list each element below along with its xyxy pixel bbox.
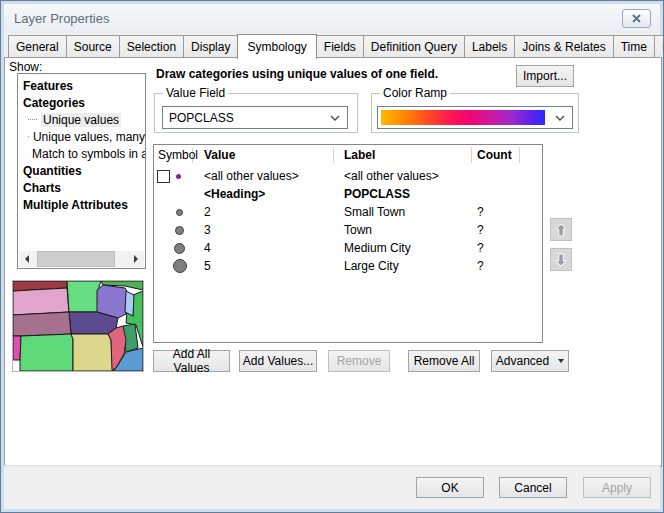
titlebar: Layer Properties [4,4,660,33]
draw-method-heading: Draw categories using unique values of o… [156,67,438,81]
scroll-thumb[interactable] [37,251,115,267]
table-row-value-3[interactable]: 3 Town ? [154,221,542,239]
arrow-up-icon [555,223,567,237]
layer-properties-dialog: Layer Properties General Source Selectio… [0,0,664,513]
ok-button[interactable]: OK [416,477,484,498]
remove-button: Remove [328,350,390,372]
all-other-values-checkbox[interactable] [157,170,170,183]
color-ramp-gradient [381,110,545,125]
table-row-heading[interactable]: <Heading> POPCLASS [154,185,542,203]
cancel-button[interactable]: Cancel [499,477,567,498]
advanced-button[interactable]: Advanced [491,350,569,372]
tab-definition-query[interactable]: Definition Query [363,35,465,57]
show-list: Features Categories Unique values Unique… [17,73,146,269]
graduated-circle-icon[interactable] [173,259,187,273]
value-field-value: POPCLASS [169,111,234,125]
tab-labels[interactable]: Labels [464,35,515,57]
tab-symbology[interactable]: Symbology [237,34,316,59]
tab-fields[interactable]: Fields [316,35,364,57]
column-header-label: Label [334,147,472,163]
tree-connector [28,136,29,137]
window-title: Layer Properties [14,11,109,26]
tab-general[interactable]: General [8,35,67,57]
tab-bar: General Source Selection Display Symbolo… [8,35,664,57]
table-header: Symbol Value Label Count [154,145,542,165]
tab-selection[interactable]: Selection [119,35,184,57]
map-preview [12,280,144,372]
show-item-categories[interactable]: Categories [18,94,145,111]
dropdown-caret-icon [558,359,564,363]
show-item-match-to-symbols[interactable]: Match to symbols in a [18,145,145,162]
color-ramp-label: Color Ramp [380,86,450,100]
add-all-values-button[interactable]: Add All Values [153,350,230,372]
values-table: Symbol Value Label Count <all other valu… [153,144,543,343]
graduated-circle-icon[interactable] [174,243,185,254]
show-label: Show: [9,60,42,74]
move-up-button[interactable] [550,218,572,241]
color-ramp-group: Color Ramp [371,93,579,133]
left-triangle-icon [25,255,29,263]
tab-joins-relates[interactable]: Joins & Relates [514,35,613,57]
graduated-circle-icon[interactable] [175,226,184,235]
show-item-features[interactable]: Features [18,77,145,94]
column-header-symbol: Symbol [154,147,193,163]
move-down-button[interactable] [550,248,572,271]
table-row-value-2[interactable]: 2 Small Town ? [154,203,542,221]
add-values-button[interactable]: Add Values... [239,350,317,372]
show-item-charts[interactable]: Charts [18,179,145,196]
value-field-combo[interactable]: POPCLASS [162,106,348,129]
horizontal-scrollbar[interactable] [19,251,144,267]
tab-time[interactable]: Time [613,35,655,57]
table-row-all-other-values[interactable]: <all other values> <all other values> [154,167,542,185]
tab-html-popup[interactable]: HTML Popup [654,35,664,57]
scroll-right-arrow[interactable] [128,251,144,267]
point-symbol-icon [176,174,181,179]
table-row-value-5[interactable]: 5 Large City ? [154,257,542,275]
arrow-down-icon [555,253,567,267]
tab-source[interactable]: Source [66,35,120,57]
apply-button: Apply [583,477,651,498]
value-field-label: Value Field [163,86,228,100]
close-button[interactable] [622,9,651,28]
footer-bar: OK Cancel Apply [4,465,660,509]
show-item-unique-values-many[interactable]: Unique values, many [18,128,145,145]
right-triangle-icon [134,255,138,263]
show-item-multiple-attributes[interactable]: Multiple Attributes [18,196,145,213]
all-other-values-symbol[interactable] [154,167,193,185]
column-header-value: Value [193,147,334,163]
chevron-down-icon [330,115,340,121]
value-field-group: Value Field POPCLASS [154,93,358,133]
scroll-left-arrow[interactable] [19,251,35,267]
graduated-circle-icon[interactable] [176,209,183,216]
show-item-quantities[interactable]: Quantities [18,162,145,179]
tab-display[interactable]: Display [183,35,238,57]
map-preview-image [13,281,143,371]
close-icon [632,14,641,23]
tree-connector [28,119,37,120]
show-item-unique-values[interactable]: Unique values [18,111,145,128]
import-button[interactable]: Import... [516,65,574,87]
remove-all-button[interactable]: Remove All [408,350,480,372]
column-header-count: Count [472,147,520,163]
table-row-value-4[interactable]: 4 Medium City ? [154,239,542,257]
chevron-down-icon [555,115,565,121]
color-ramp-combo[interactable] [377,106,573,129]
